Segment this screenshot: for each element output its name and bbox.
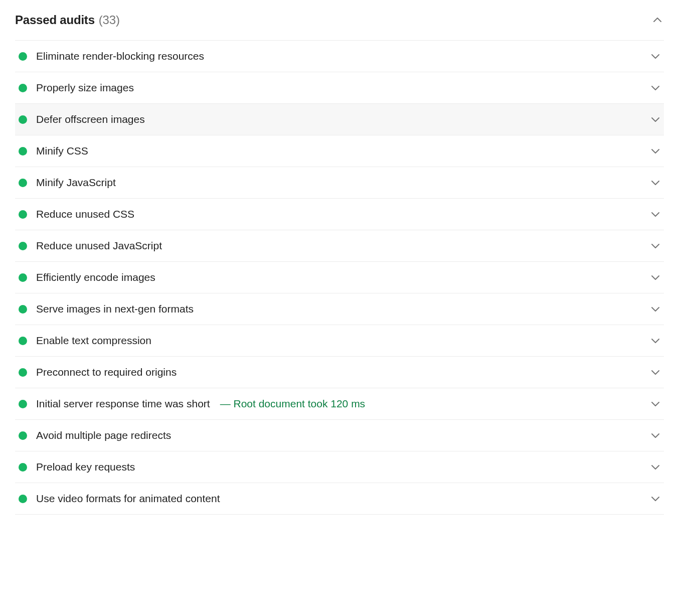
audit-row[interactable]: Preconnect to required origins <box>15 357 664 388</box>
status-pass-icon <box>19 305 27 314</box>
audit-title: Efficiently encode images <box>36 271 155 284</box>
audit-title: Minify CSS <box>36 144 88 158</box>
audit-row[interactable]: Reduce unused CSS <box>15 199 664 230</box>
chevron-down-icon <box>651 463 660 472</box>
status-pass-icon <box>19 242 27 250</box>
audit-title: Use video formats for animated content <box>36 492 220 505</box>
status-pass-icon <box>19 337 27 345</box>
chevron-down-icon <box>651 273 660 282</box>
audit-row[interactable]: Eliminate render-blocking resources <box>15 41 664 72</box>
status-pass-icon <box>19 147 27 156</box>
chevron-down-icon <box>651 210 660 219</box>
audit-row[interactable]: Properly size images <box>15 72 664 104</box>
audit-row[interactable]: Initial server response time was short— … <box>15 388 664 420</box>
section-title-text: Passed audits <box>15 13 95 27</box>
audit-row[interactable]: Minify CSS <box>15 135 664 167</box>
audit-row[interactable]: Avoid multiple page redirects <box>15 420 664 451</box>
audit-row[interactable]: Preload key requests <box>15 451 664 483</box>
chevron-down-icon <box>651 52 660 61</box>
audit-title: Serve images in next-gen formats <box>36 302 194 316</box>
audit-row[interactable]: Defer offscreen images <box>15 104 664 135</box>
audit-title: Preconnect to required origins <box>36 366 177 379</box>
audit-list: Eliminate render-blocking resourcesPrope… <box>15 40 664 515</box>
section-title: Passed audits (33) <box>15 13 120 27</box>
chevron-down-icon <box>651 336 660 345</box>
audit-title: Eliminate render-blocking resources <box>36 50 204 63</box>
audit-title: Minify JavaScript <box>36 176 116 189</box>
audit-title: Preload key requests <box>36 460 135 474</box>
section-count: (33) <box>99 13 120 27</box>
status-pass-icon <box>19 273 27 282</box>
passed-audits-panel: Passed audits (33) Eliminate render-bloc… <box>0 0 679 515</box>
chevron-down-icon <box>651 115 660 124</box>
audit-title: Initial server response time was short <box>36 397 210 410</box>
chevron-up-icon <box>653 16 662 25</box>
audit-title: Reduce unused CSS <box>36 208 134 221</box>
chevron-down-icon <box>651 304 660 314</box>
chevron-down-icon <box>651 83 660 92</box>
chevron-down-icon <box>651 399 660 408</box>
chevron-down-icon <box>651 368 660 377</box>
status-pass-icon <box>19 431 27 440</box>
audit-row[interactable]: Enable text compression <box>15 325 664 357</box>
chevron-down-icon <box>651 494 660 503</box>
audit-row[interactable]: Reduce unused JavaScript <box>15 230 664 262</box>
audit-title: Enable text compression <box>36 334 151 347</box>
audit-title: Defer offscreen images <box>36 113 145 126</box>
audit-detail: — Root document took 120 ms <box>220 397 365 410</box>
status-pass-icon <box>19 179 27 187</box>
chevron-down-icon <box>651 178 660 187</box>
status-pass-icon <box>19 400 27 408</box>
status-pass-icon <box>19 84 27 92</box>
chevron-down-icon <box>651 431 660 440</box>
audit-row[interactable]: Serve images in next-gen formats <box>15 293 664 325</box>
audit-title: Reduce unused JavaScript <box>36 239 162 252</box>
status-pass-icon <box>19 210 27 219</box>
passed-audits-header[interactable]: Passed audits (33) <box>15 10 664 40</box>
audit-row[interactable]: Use video formats for animated content <box>15 483 664 515</box>
audit-title: Properly size images <box>36 81 134 94</box>
status-pass-icon <box>19 52 27 61</box>
audit-row[interactable]: Minify JavaScript <box>15 167 664 199</box>
status-pass-icon <box>19 463 27 472</box>
status-pass-icon <box>19 115 27 124</box>
status-pass-icon <box>19 368 27 377</box>
chevron-down-icon <box>651 241 660 250</box>
chevron-down-icon <box>651 146 660 156</box>
audit-title: Avoid multiple page redirects <box>36 429 171 442</box>
audit-row[interactable]: Efficiently encode images <box>15 262 664 293</box>
status-pass-icon <box>19 495 27 503</box>
